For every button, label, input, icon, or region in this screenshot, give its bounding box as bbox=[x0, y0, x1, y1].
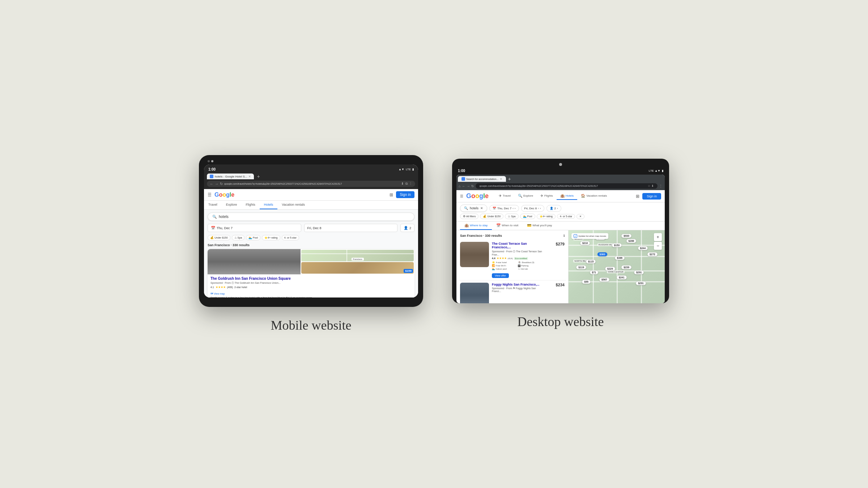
desktop-nav-explore[interactable]: 🔍Explore bbox=[514, 192, 537, 200]
mobile-checkout-field[interactable]: Fri, Dec 8 bbox=[304, 224, 398, 232]
desktop-filter-pool[interactable]: 🏊Pool bbox=[520, 214, 535, 219]
desktop-nav-hotels[interactable]: 🏨Hotels bbox=[557, 192, 578, 200]
map-pin-10[interactable]: $115 bbox=[586, 260, 596, 264]
desktop-sign-in-button[interactable]: Sign in bbox=[642, 193, 661, 200]
desktop-hamburger-icon[interactable]: ☰ bbox=[460, 194, 463, 198]
apps-icon[interactable]: ⊞ bbox=[390, 192, 393, 197]
map-pin-13[interactable]: $229 bbox=[605, 267, 615, 271]
desktop-filter-stars[interactable]: 4- or 5-star bbox=[557, 214, 575, 219]
map-pin-5[interactable]: $244 bbox=[638, 246, 648, 250]
mobile-hotel-name[interactable]: The Goldrush Inn San Francisco Union Squ… bbox=[210, 277, 412, 281]
mobile-active-tab[interactable]: hotels - Google Hotel S... ✕ bbox=[207, 174, 254, 179]
desktop-tab-what-youll-pay[interactable]: 💳 What you'll pay bbox=[523, 222, 556, 230]
desktop-checkout-field[interactable]: Fri, Dec 8 ‹ › bbox=[521, 205, 544, 212]
desktop-back-icon[interactable]: ← bbox=[462, 184, 465, 188]
desktop-filter-more[interactable]: ✕ bbox=[576, 214, 584, 219]
forward-icon[interactable]: → bbox=[215, 182, 218, 186]
desktop-hotel-card-1[interactable]: The Coast Terrace San Francisco,... Spon… bbox=[459, 240, 566, 281]
mobile-nav-vacation[interactable]: Vacation rentals bbox=[277, 201, 309, 209]
desktop-hotel-name-2[interactable]: Foggy Nights San Francisco,... bbox=[492, 283, 544, 286]
desktop-filter-price[interactable]: 💰Under $150 bbox=[480, 214, 503, 219]
desktop-hotel-card-2[interactable]: Foggy Nights San Francisco,... Sponsored… bbox=[459, 281, 566, 303]
mobile-address-bar[interactable]: ← → ↻ google.com/travel/hotels?q=hotels&… bbox=[207, 181, 415, 187]
refresh-icon[interactable]: ↻ bbox=[220, 182, 223, 186]
map-pin-9[interactable]: $386 bbox=[615, 256, 625, 260]
desktop-refresh-icon[interactable]: ↻ bbox=[471, 184, 474, 188]
desktop-home-icon[interactable]: ⌂ bbox=[459, 184, 460, 188]
mobile-search-box[interactable]: 🔍 hotels bbox=[208, 213, 414, 221]
desktop-nav-flights[interactable]: ✈Flights bbox=[537, 192, 557, 200]
mobile-nav-flights[interactable]: Flights bbox=[241, 201, 260, 209]
desktop-search-clear-icon[interactable]: ✕ bbox=[480, 206, 483, 210]
new-tab-icon[interactable]: + bbox=[255, 174, 261, 179]
desktop-search-box[interactable]: 🔍 hotels ✕ bbox=[460, 205, 487, 212]
desktop-checkin-field[interactable]: 📅 Thu, Dec 7 ‹ › bbox=[489, 205, 519, 212]
map-pin-16[interactable]: $55 bbox=[582, 280, 591, 284]
more-icon[interactable]: ⋮ bbox=[409, 182, 412, 186]
map-pin-4[interactable]: $288 bbox=[626, 239, 637, 243]
desktop-tab-when-to-visit[interactable]: 📅 When to visit bbox=[492, 222, 523, 230]
desktop-update-list-control[interactable]: ✓ Update list when map moves bbox=[571, 233, 608, 239]
desktop-tab-close-icon[interactable]: ✕ bbox=[500, 177, 502, 181]
mobile-nav-travel[interactable]: Travel bbox=[204, 201, 222, 209]
tab-close-icon[interactable]: ✕ bbox=[248, 175, 251, 178]
map-pin-18[interactable]: $241 bbox=[617, 275, 627, 279]
mobile-sign-in-button[interactable]: Sign in bbox=[396, 191, 414, 198]
map-pin-19[interactable]: $291 bbox=[636, 281, 646, 285]
desktop-filter-spa[interactable]: ♨Spa bbox=[505, 214, 518, 219]
map-pin-12[interactable]: $71 bbox=[590, 270, 599, 274]
desktop-new-tab-icon[interactable]: + bbox=[507, 176, 512, 182]
desktop-checkin-prev[interactable]: ‹ bbox=[512, 207, 514, 210]
desktop-address-bar[interactable]: google.com/travel/search?q=hotels&g2lb=2… bbox=[476, 183, 658, 189]
desktop-menu-icon[interactable]: ⋮ bbox=[659, 184, 663, 188]
map-pin-8-selected[interactable]: $383 bbox=[597, 252, 608, 256]
desktop-active-tab[interactable]: Search for accommodation... ✕ bbox=[458, 176, 506, 182]
mobile-filter-price[interactable]: 💰Under $150 bbox=[208, 235, 230, 240]
desktop-guests-field[interactable]: 👤 2 › bbox=[546, 205, 561, 212]
mobile-nav-explore[interactable]: Explore bbox=[222, 201, 242, 209]
map-pin-17[interactable]: $567 bbox=[599, 278, 609, 282]
desktop-hotel-name-1[interactable]: The Coast Terrace San Francisco,... bbox=[492, 242, 544, 249]
mobile-hotel-card[interactable]: Francisco $159 The Goldrush Inn San Fran… bbox=[208, 249, 414, 297]
desktop-filter-rating[interactable]: ⭐4+ rating bbox=[537, 214, 556, 219]
desktop-apps-icon[interactable]: ⊞ bbox=[636, 194, 639, 199]
mobile-filter-pool[interactable]: 🏊Pool bbox=[246, 235, 260, 240]
desktop-star-icon[interactable]: ☆ bbox=[648, 184, 650, 188]
mobile-google-page: ☰ Google ⊞ Sign in Travel Explore Flight… bbox=[204, 189, 418, 297]
desktop-view-offer-button-1[interactable]: View offer bbox=[492, 273, 509, 278]
copy-icon[interactable]: ⧉ bbox=[405, 182, 408, 186]
mobile-filter-spa[interactable]: ♨Spa bbox=[232, 235, 244, 240]
desktop-person-icon: 👤 bbox=[550, 207, 553, 210]
desktop-checkout-prev[interactable]: ‹ bbox=[538, 207, 539, 210]
desktop-forward-icon[interactable]: → bbox=[467, 184, 470, 188]
map-pin-14[interactable]: $239 bbox=[621, 265, 631, 269]
desktop-checkin-next[interactable]: › bbox=[515, 207, 516, 210]
mobile-guests-field[interactable]: 👤 2 bbox=[400, 224, 414, 232]
map-pin-15[interactable]: $291 bbox=[634, 270, 644, 274]
desktop-info-icon[interactable]: ℹ bbox=[563, 234, 565, 237]
map-pin-3[interactable]: $153 bbox=[612, 243, 622, 247]
update-list-checkbox[interactable]: ✓ bbox=[574, 234, 577, 238]
map-pin-7[interactable]: $930 bbox=[621, 234, 631, 238]
mobile-checkin-field[interactable]: 📅 Thu, Dec 7 bbox=[208, 224, 301, 232]
download-icon[interactable]: ⬇ bbox=[401, 182, 404, 186]
hamburger-icon[interactable]: ☰ bbox=[208, 192, 212, 197]
desktop-filter-all[interactable]: ⚙All filters bbox=[460, 214, 478, 219]
desktop-tab-where-to-stay[interactable]: 🏨 Where to stay bbox=[460, 222, 492, 230]
map-pin-1[interactable]: $210 bbox=[580, 241, 590, 245]
mobile-filter-rating[interactable]: ⭐4+ rating bbox=[262, 235, 280, 240]
map-zoom-out-button[interactable]: − bbox=[654, 242, 662, 250]
desktop-checkout-next[interactable]: › bbox=[540, 207, 541, 210]
desktop-nav-travel[interactable]: ✈Travel bbox=[495, 192, 514, 200]
map-pin-11[interactable]: $119 bbox=[576, 265, 586, 269]
map-zoom-in-button[interactable]: + bbox=[654, 233, 662, 241]
mobile-url[interactable]: google.com/travel/hotels?q=hotels&g2lb=2… bbox=[224, 183, 400, 185]
desktop-nav-vacation[interactable]: 🏠Vacation rentals bbox=[577, 192, 610, 200]
map-pin-6[interactable]: $272 bbox=[647, 252, 658, 256]
desktop-download-icon[interactable]: ⬇ bbox=[651, 184, 654, 188]
desktop-guests-next[interactable]: › bbox=[557, 207, 558, 210]
mobile-nav-hotels[interactable]: Hotels bbox=[260, 201, 278, 209]
mobile-view-map-link[interactable]: 🗺 View map bbox=[210, 292, 225, 295]
mobile-filter-stars[interactable]: 4- or 5-star bbox=[282, 235, 299, 240]
back-icon[interactable]: ← bbox=[210, 182, 213, 186]
